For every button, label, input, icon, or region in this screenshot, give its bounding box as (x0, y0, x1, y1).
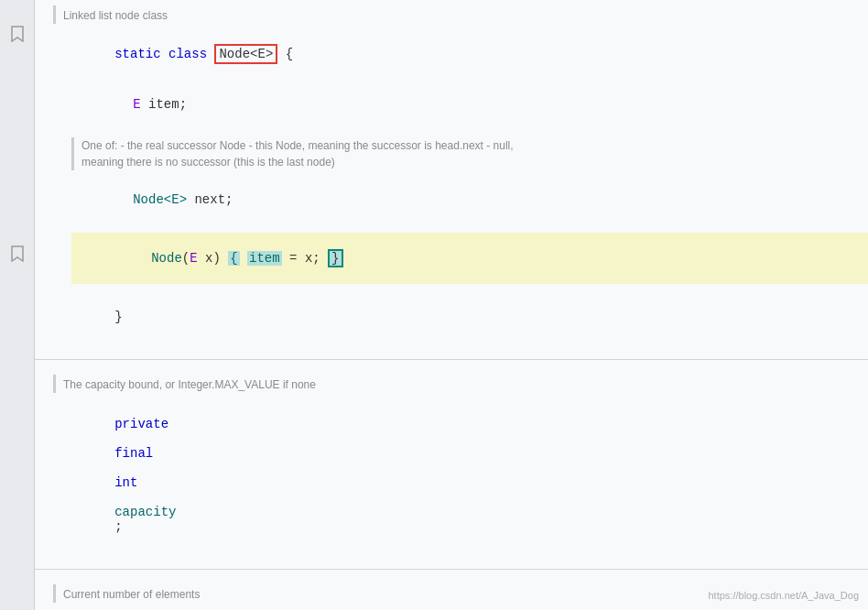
space2 (114, 461, 122, 475)
keyword-static: static (114, 47, 160, 61)
code-content: Linked list node class static class Node… (35, 0, 868, 610)
inner-comment-text: One of: - the real successor Node - this… (81, 137, 850, 170)
kw-private: private (114, 417, 168, 431)
node-text: Node<E> (219, 47, 273, 61)
section-node-class: Linked list node class static class Node… (35, 0, 868, 352)
node-next-type: Node<E> (133, 192, 187, 207)
param-type-E: E (190, 251, 197, 266)
code-node-next: Node<E> next; (71, 176, 850, 223)
blank3 (53, 284, 850, 293)
divider-2 (35, 569, 868, 570)
keyword-E: E (133, 97, 140, 112)
space-after-brace (240, 251, 247, 266)
paren-open: ( (182, 251, 190, 266)
code-capacity: private final int capacity ; (53, 400, 850, 550)
page-wrapper: Linked list node class static class Node… (0, 0, 868, 610)
code-node-constructor: Node(E x) { item = x; } (71, 233, 868, 284)
semicolon: ; (114, 519, 122, 534)
space3 (114, 490, 122, 505)
closing-brace-text: } (114, 310, 122, 324)
code-static-class: static class Node<E> { (53, 27, 850, 81)
inner-comment-block: One of: - the real successor Node - this… (71, 137, 850, 170)
space (114, 431, 122, 446)
blank1 (53, 128, 850, 137)
bookmark-icon-bottom (11, 245, 24, 266)
code-e-item: E item; (71, 81, 850, 128)
space2 (207, 47, 214, 61)
kw-int: int (114, 475, 137, 490)
brace-open: { (277, 47, 293, 61)
brace-close-box: } (328, 249, 342, 267)
space: next; (187, 192, 233, 207)
code-closing-brace: } (53, 293, 850, 341)
keyword-class: class (168, 47, 207, 61)
brace-open-teal: { (228, 251, 239, 266)
param-name: x) (198, 251, 229, 266)
watermark: https://blog.csdn.net/A_Java_Dog (709, 590, 860, 601)
assign: = x; (282, 251, 328, 266)
comment-node-class: Linked list node class (53, 5, 850, 24)
space: item; (141, 97, 187, 112)
bookmark-icon-top (11, 26, 24, 46)
comment-capacity: The capacity bound, or Integer.MAX_VALUE… (53, 375, 850, 393)
var-capacity: capacity (114, 505, 176, 519)
nodee-redbox: Node<E> (214, 44, 277, 64)
divider-1 (35, 359, 868, 360)
constructor-name: Node (151, 251, 182, 266)
left-gutter (0, 0, 35, 610)
blank2 (53, 223, 850, 233)
space (161, 47, 168, 61)
item-keyword: item (247, 251, 282, 266)
section-capacity: The capacity bound, or Integer.MAX_VALUE… (35, 367, 868, 561)
kw-final: final (114, 446, 153, 461)
